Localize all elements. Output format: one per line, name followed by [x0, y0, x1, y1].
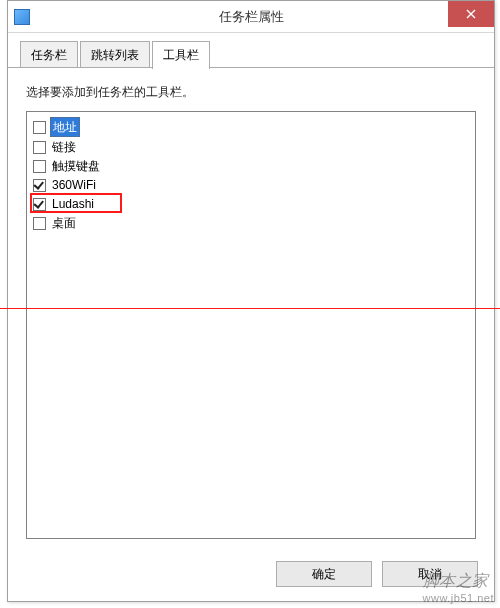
checkbox-links[interactable]	[33, 141, 46, 154]
item-label[interactable]: 360WiFi	[50, 176, 98, 194]
taskbar-properties-window: 任务栏属性 任务栏 跳转列表 工具栏 选择要添加到任务栏的工具栏。 地址 链接	[7, 0, 495, 602]
item-label[interactable]: 地址	[50, 117, 80, 137]
checkbox-360wifi[interactable]	[33, 179, 46, 192]
tab-strip: 任务栏 跳转列表 工具栏	[8, 33, 494, 68]
checkbox-touch-keyboard[interactable]	[33, 160, 46, 173]
tab-jumplists[interactable]: 跳转列表	[80, 41, 150, 68]
toolbar-listbox[interactable]: 地址 链接 触摸键盘 360WiFi Ludashi	[26, 111, 476, 539]
client-area: 任务栏 跳转列表 工具栏 选择要添加到任务栏的工具栏。 地址 链接 触摸键盘	[8, 33, 494, 601]
item-label[interactable]: Ludashi	[50, 195, 96, 213]
window-title: 任务栏属性	[8, 8, 494, 26]
titlebar[interactable]: 任务栏属性	[8, 1, 494, 33]
item-label[interactable]: 桌面	[50, 214, 78, 232]
list-item: 触摸键盘	[33, 157, 469, 175]
app-icon	[14, 9, 30, 25]
tab-taskbar[interactable]: 任务栏	[20, 41, 78, 68]
list-item: Ludashi	[33, 195, 469, 213]
checkbox-ludashi[interactable]	[33, 198, 46, 211]
item-label[interactable]: 触摸键盘	[50, 157, 102, 175]
list-item: 360WiFi	[33, 176, 469, 194]
dialog-buttons: 确定 取消	[8, 551, 494, 601]
close-icon	[466, 9, 476, 19]
item-label[interactable]: 链接	[50, 138, 78, 156]
list-item: 地址	[33, 117, 469, 137]
tabpage-toolbars: 选择要添加到任务栏的工具栏。 地址 链接 触摸键盘 360WiFi	[8, 68, 494, 551]
list-item: 链接	[33, 138, 469, 156]
ok-button[interactable]: 确定	[276, 561, 372, 587]
checkbox-address[interactable]	[33, 121, 46, 134]
list-item: 桌面	[33, 214, 469, 232]
cancel-button[interactable]: 取消	[382, 561, 478, 587]
close-button[interactable]	[448, 1, 494, 27]
checkbox-desktop[interactable]	[33, 217, 46, 230]
instruction-text: 选择要添加到任务栏的工具栏。	[26, 84, 476, 101]
tab-toolbars[interactable]: 工具栏	[152, 41, 210, 69]
